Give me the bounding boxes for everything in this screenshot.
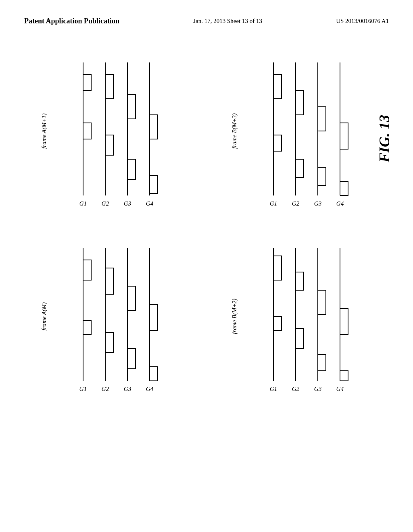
svg-text:G4: G4: [146, 200, 154, 207]
svg-text:G4: G4: [146, 386, 154, 392]
svg-text:G2: G2: [292, 200, 300, 207]
main-content: frame A(M+1) G1 G2: [0, 34, 413, 421]
svg-text:G3: G3: [124, 200, 131, 207]
svg-text:frame B(M+3): frame B(M+3): [231, 113, 238, 149]
top-right-diagram: frame B(M+3) G1 G2 G3 G4: [206, 42, 397, 216]
publication-date-sheet: Jan. 17, 2013 Sheet 13 of 13: [193, 16, 262, 26]
svg-text:G4: G4: [336, 200, 344, 207]
page-header: Patent Application Publication Jan. 17, …: [0, 0, 413, 34]
bottom-left-diagram: frame A(M) G1 G2 G3 G4: [16, 228, 206, 401]
svg-text:G1: G1: [79, 386, 87, 392]
top-left-diagram: frame A(M+1) G1 G2: [16, 42, 206, 216]
svg-text:G1: G1: [79, 200, 87, 207]
svg-text:frame B(M+2): frame B(M+2): [231, 299, 238, 334]
svg-text:G3: G3: [124, 386, 131, 392]
bottom-right-diagram: frame B(M+2) G1 G2 G3 G4: [206, 228, 397, 401]
svg-text:G2: G2: [102, 200, 109, 207]
svg-text:G3: G3: [314, 200, 321, 207]
svg-text:frame A(M): frame A(M): [41, 302, 48, 330]
svg-text:G4: G4: [336, 386, 344, 392]
figure-label: FIG. 13: [376, 115, 393, 162]
publication-number: US 2013/0016076 A1: [336, 16, 389, 26]
bottom-diagram-row: frame A(M) G1 G2 G3 G4: [16, 228, 397, 401]
svg-text:G3: G3: [314, 386, 321, 392]
svg-text:G1: G1: [270, 386, 277, 392]
svg-text:G2: G2: [292, 386, 300, 392]
svg-text:G2: G2: [102, 386, 109, 392]
svg-text:G1: G1: [270, 200, 277, 207]
publication-title: Patent Application Publication: [24, 16, 119, 26]
top-diagram-row: frame A(M+1) G1 G2: [16, 42, 397, 216]
svg-text:frame A(M+1): frame A(M+1): [41, 113, 48, 149]
